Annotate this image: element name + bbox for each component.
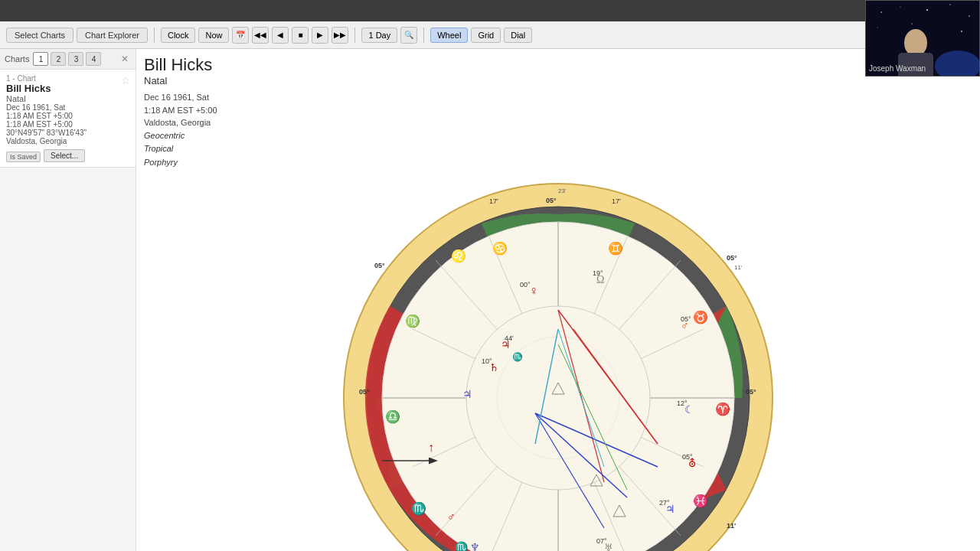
chart-info-name: Bill Hicks (144, 55, 972, 75)
prev-button[interactable]: ◀ (272, 27, 289, 44)
svg-text:♎: ♎ (385, 409, 400, 424)
chart-tab-4[interactable]: 4 (86, 52, 101, 66)
chart-type: Natal (6, 94, 129, 103)
svg-text:00°: 00° (520, 281, 531, 289)
webcam-label: Joseph Waxman (869, 64, 926, 73)
chart-tab-3[interactable]: 3 (68, 52, 83, 66)
chart-location: Valdosta, Georgia (6, 137, 129, 145)
svg-text:10°: 10° (482, 357, 492, 365)
one-day-label[interactable]: 1 Day (361, 28, 397, 43)
svg-text:♌: ♌ (451, 249, 466, 263)
wheel-view-button[interactable]: Wheel (430, 28, 468, 43)
svg-text:11': 11' (727, 522, 736, 530)
dial-view-button[interactable]: Dial (504, 28, 532, 43)
svg-text:♊: ♊ (608, 241, 623, 256)
natal-chart-svg: ♀ 00° Ω 19° ♂ 05° ☾ 12° ⛢ 05° ♃ (336, 176, 780, 551)
svg-text:11': 11' (734, 264, 743, 271)
svg-text:♀: ♀ (529, 284, 538, 297)
charts-label: Charts (5, 54, 29, 64)
chart-info-tropical: Tropical (144, 142, 972, 156)
svg-text:05°: 05° (681, 315, 691, 323)
svg-text:♏: ♏ (455, 541, 469, 551)
svg-text:19°: 19° (593, 269, 603, 277)
webcam-person: Joseph Waxman (866, 49, 979, 76)
chart-tab-1[interactable]: 1 (33, 52, 48, 66)
calendar-icon[interactable]: 📅 (232, 27, 249, 44)
svg-text:23': 23' (558, 187, 567, 194)
chart-time2: 1:18 AM EST +5:00 (6, 120, 129, 129)
svg-text:♂: ♂ (447, 511, 456, 523)
chart-info: Bill Hicks Natal Dec 16 1961, Sat 1:18 A… (136, 49, 980, 176)
chart-info-time: 1:18 AM EST +5:00 (144, 104, 972, 117)
svg-text:♃: ♃ (462, 389, 472, 400)
saved-badge: Is Saved (6, 152, 41, 162)
toolbar-separator-1 (154, 28, 155, 43)
svg-text:05°: 05° (546, 197, 557, 204)
chart-time1: 1:18 AM EST +5:00 (6, 112, 129, 120)
select-charts-button[interactable]: Select Charts (6, 28, 74, 43)
chart-explorer-button[interactable]: Chart Explorer (77, 28, 148, 43)
chart-entry: ☆ 1 - Chart Bill Hicks Natal Dec 16 1961… (0, 70, 136, 168)
webcam-overlay: Joseph Waxman (865, 49, 980, 77)
svg-text:05°: 05° (746, 388, 756, 396)
next-button[interactable]: ▶ (312, 27, 328, 44)
svg-text:12°: 12° (677, 399, 688, 407)
clock-label[interactable]: Clock (161, 28, 196, 43)
toolbar-separator-2 (354, 28, 355, 43)
stop-button[interactable]: ■ (292, 27, 309, 44)
chart-date: Dec 16 1961, Sat (6, 103, 129, 112)
favorite-star-icon[interactable]: ☆ (121, 74, 131, 86)
chart-info-geocentric: Geocentric (144, 129, 972, 143)
svg-text:♍: ♍ (405, 314, 420, 328)
chart-canvas: ♀ 00° Ω 19° ♂ 05° ☾ 12° ⛢ 05° ♃ (136, 176, 980, 551)
chart-info-porphyry: Porphyry (144, 156, 972, 170)
toolbar: Select Charts Chart Explorer Clock Now 📅… (0, 21, 980, 49)
toolbar-separator-3 (423, 28, 424, 43)
svg-text:♓: ♓ (693, 494, 708, 508)
main-area: Charts 1 2 3 4 ✕ ☆ 1 - Chart Bill Hicks … (0, 49, 980, 551)
svg-text:♆: ♆ (470, 542, 480, 551)
next-next-button[interactable]: ▶▶ (332, 27, 348, 44)
sidebar: Charts 1 2 3 4 ✕ ☆ 1 - Chart Bill Hicks … (0, 49, 136, 551)
svg-text:17': 17' (489, 197, 498, 205)
now-label[interactable]: Now (198, 28, 229, 43)
search-icon[interactable]: 🔍 (400, 27, 417, 44)
svg-text:↑: ↑ (428, 441, 434, 454)
title-bar (0, 0, 980, 21)
chart-info-date: Dec 16 1961, Sat (144, 91, 972, 104)
chart-info-location: Valdosta, Georgia (144, 116, 972, 129)
charts-tabs: Charts 1 2 3 4 ✕ (0, 49, 136, 70)
svg-text:05°: 05° (374, 262, 385, 269)
svg-text:05°: 05° (359, 388, 370, 396)
close-charts-icon[interactable]: ✕ (119, 53, 131, 65)
svg-text:07°: 07° (596, 537, 607, 545)
chart-tab-2[interactable]: 2 (51, 52, 66, 66)
chart-info-type: Natal (144, 75, 972, 86)
svg-text:♉: ♉ (693, 310, 708, 324)
svg-text:05°: 05° (682, 453, 693, 461)
svg-text:♋: ♋ (492, 241, 508, 256)
svg-text:♏: ♏ (411, 501, 426, 516)
svg-text:♈: ♈ (715, 402, 730, 416)
svg-text:♏: ♏ (512, 351, 523, 362)
svg-text:44': 44' (505, 334, 514, 342)
chart-coords: 30°N49'57" 83°W16'43" (6, 129, 129, 137)
chart-name: Bill Hicks (6, 83, 129, 94)
svg-text:17': 17' (612, 197, 621, 205)
chart-number: 1 - Chart (6, 74, 129, 83)
select-button[interactable]: Select... (44, 149, 85, 162)
svg-text:27°: 27° (659, 499, 670, 507)
prev-prev-button[interactable]: ◀◀ (252, 27, 269, 44)
grid-view-button[interactable]: Grid (471, 28, 501, 43)
svg-text:05°: 05° (727, 254, 737, 262)
